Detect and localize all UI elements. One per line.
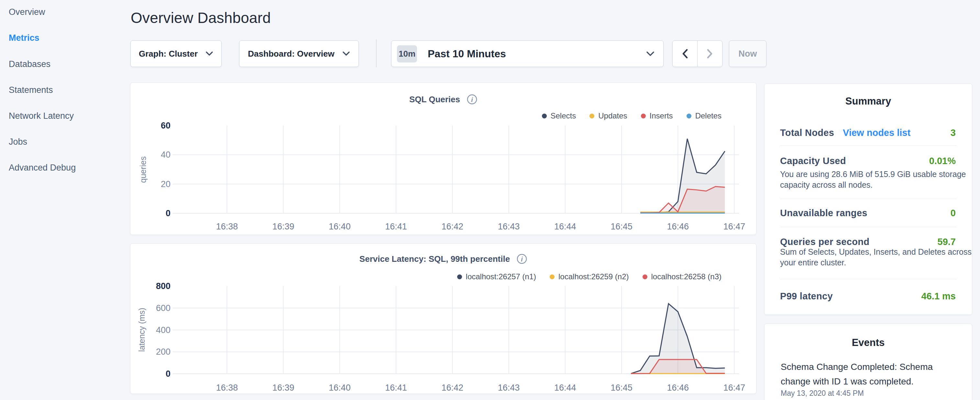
summary-divider bbox=[780, 145, 957, 146]
svg-text:16:40: 16:40 bbox=[329, 222, 351, 231]
events-card: Events Schema Change Completed: Schema c… bbox=[764, 324, 972, 400]
time-back-button[interactable] bbox=[673, 41, 697, 67]
svg-text:16:42: 16:42 bbox=[442, 383, 464, 392]
svg-text:0: 0 bbox=[165, 209, 170, 218]
svg-text:16:41: 16:41 bbox=[385, 222, 407, 231]
sidebar-item-statements[interactable]: Statements bbox=[9, 77, 53, 103]
chevron-right-icon bbox=[707, 49, 713, 59]
summary-row-value: 3 bbox=[951, 127, 956, 138]
summary-row-label: Unavailable ranges bbox=[780, 208, 867, 218]
svg-text:20: 20 bbox=[161, 179, 170, 189]
svg-text:16:42: 16:42 bbox=[442, 222, 464, 231]
view-nodes-list-link[interactable]: View nodes list bbox=[843, 127, 910, 138]
summary-row-label: Total Nodes bbox=[780, 127, 834, 138]
summary-row-total-nodes: Total Nodes View nodes list 3 bbox=[780, 126, 956, 139]
summary-row-capacity-used: Capacity Used 0.01% bbox=[780, 155, 956, 167]
dashboard-dropdown[interactable]: Dashboard: Overview bbox=[239, 40, 359, 67]
svg-text:16:40: 16:40 bbox=[329, 383, 351, 392]
svg-text:600: 600 bbox=[156, 303, 170, 313]
summary-row-label: P99 latency bbox=[780, 291, 833, 302]
service-latency-chart-card: Service Latency: SQL, 99th percentile i … bbox=[130, 243, 756, 394]
svg-text:latency (ms): latency (ms) bbox=[137, 308, 146, 352]
graph-dropdown[interactable]: Graph: Cluster bbox=[130, 40, 222, 67]
summary-row-label: Capacity Used bbox=[780, 156, 846, 166]
sidebar-item-databases[interactable]: Databases bbox=[9, 51, 51, 77]
sidebar: Overview Metrics Databases Statements Ne… bbox=[0, 0, 129, 400]
svg-text:16:46: 16:46 bbox=[667, 383, 689, 392]
time-forward-button[interactable] bbox=[698, 41, 722, 67]
summary-divider bbox=[780, 227, 957, 227]
svg-text:16:44: 16:44 bbox=[554, 222, 576, 231]
svg-text:16:44: 16:44 bbox=[554, 383, 576, 392]
summary-row-value: 46.1 ms bbox=[921, 291, 956, 302]
chevron-down-icon bbox=[205, 51, 213, 56]
summary-row-p99-latency: P99 latency 46.1 ms bbox=[780, 290, 956, 303]
dashboard-dropdown-label: Dashboard: Overview bbox=[248, 49, 334, 59]
svg-text:16:45: 16:45 bbox=[611, 383, 633, 392]
summary-row-value: 0 bbox=[951, 208, 956, 218]
sql-queries-plot: 020406016:3816:3916:4016:4116:4216:4316:… bbox=[130, 83, 757, 235]
summary-row-queries-per-second: Queries per second 59.7 bbox=[780, 235, 956, 248]
svg-text:16:39: 16:39 bbox=[272, 383, 294, 392]
summary-divider bbox=[780, 279, 957, 279]
sidebar-item-metrics[interactable]: Metrics bbox=[9, 25, 40, 51]
chevron-down-icon bbox=[342, 51, 350, 56]
svg-text:800: 800 bbox=[156, 281, 170, 291]
svg-text:60: 60 bbox=[161, 121, 170, 131]
page-title: Overview Dashboard bbox=[131, 8, 271, 27]
svg-text:16:47: 16:47 bbox=[724, 383, 745, 392]
service-latency-plot: 020040060080016:3816:3916:4016:4116:4216… bbox=[130, 244, 757, 394]
svg-text:16:45: 16:45 bbox=[611, 222, 633, 231]
svg-text:16:41: 16:41 bbox=[385, 383, 407, 392]
svg-text:16:39: 16:39 bbox=[272, 222, 294, 231]
sql-queries-chart-card: SQL Queries i SelectsUpdatesInsertsDelet… bbox=[130, 83, 756, 235]
sidebar-item-network-latency[interactable]: Network Latency bbox=[9, 103, 74, 129]
svg-text:16:38: 16:38 bbox=[216, 383, 238, 392]
time-pager bbox=[672, 40, 722, 67]
event-message[interactable]: Schema Change Completed: Schema change w… bbox=[781, 360, 949, 389]
summary-row-value: 0.01% bbox=[929, 156, 956, 166]
toolbar-divider bbox=[376, 40, 377, 67]
queries-per-second-description: Sum of Selects, Updates, Inserts, and De… bbox=[780, 247, 974, 268]
capacity-used-description: You are using 28.6 MiB of 515.9 GiB usab… bbox=[780, 169, 974, 190]
now-button[interactable]: Now bbox=[729, 40, 767, 67]
svg-text:16:38: 16:38 bbox=[216, 222, 238, 231]
sidebar-item-overview[interactable]: Overview bbox=[9, 0, 45, 25]
summary-title: Summary bbox=[765, 96, 972, 107]
svg-text:16:43: 16:43 bbox=[498, 222, 520, 231]
summary-divider bbox=[780, 199, 957, 199]
time-range-selector[interactable]: 10m Past 10 Minutes bbox=[391, 40, 663, 67]
time-range-label: Past 10 Minutes bbox=[428, 48, 506, 60]
events-title: Events bbox=[765, 337, 972, 349]
graph-dropdown-label: Graph: Cluster bbox=[139, 49, 198, 59]
summary-row-value: 59.7 bbox=[938, 237, 956, 247]
chevron-down-icon bbox=[646, 51, 655, 57]
svg-text:16:47: 16:47 bbox=[724, 222, 745, 231]
sidebar-item-jobs[interactable]: Jobs bbox=[9, 129, 27, 155]
svg-text:16:43: 16:43 bbox=[498, 383, 520, 392]
sidebar-item-advanced-debug[interactable]: Advanced Debug bbox=[9, 155, 76, 180]
event-timestamp: May 13, 2020 at 4:45 PM bbox=[781, 389, 864, 398]
now-button-label: Now bbox=[739, 49, 757, 59]
summary-row-unavailable-ranges: Unavailable ranges 0 bbox=[780, 207, 956, 220]
svg-text:0: 0 bbox=[165, 369, 170, 379]
svg-text:queries: queries bbox=[138, 156, 148, 183]
svg-text:16:46: 16:46 bbox=[667, 222, 689, 231]
svg-text:40: 40 bbox=[161, 150, 170, 159]
chevron-left-icon bbox=[682, 49, 688, 59]
summary-card: Summary Total Nodes View nodes list 3 Ca… bbox=[764, 83, 972, 315]
svg-text:400: 400 bbox=[156, 325, 170, 335]
svg-text:200: 200 bbox=[156, 347, 170, 357]
summary-row-label: Queries per second bbox=[780, 237, 869, 247]
time-range-badge: 10m bbox=[397, 45, 417, 62]
